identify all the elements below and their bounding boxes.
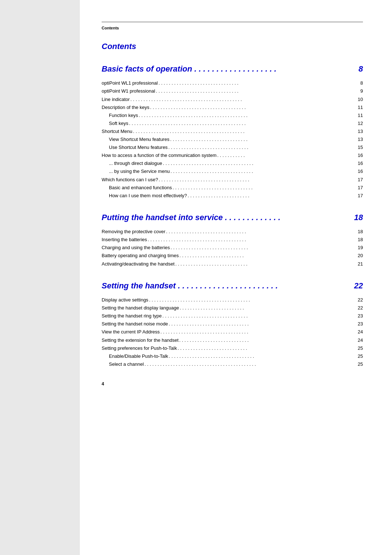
toc-item-text: View Shortcut Menu features <box>109 135 170 143</box>
toc-item-noise-mode: Setting the handset noise mode . . . . .… <box>102 320 363 328</box>
toc-item-text: Line indicator <box>102 96 130 104</box>
contents-title-section: Contents <box>102 42 363 51</box>
toc-page-num: 25 <box>356 344 363 352</box>
toc-item-function-keys: Function keys . . . . . . . . . . . . . … <box>102 112 363 119</box>
toc-dots: . . . . . . . . . . . . . . . . . . . . … <box>172 184 355 192</box>
toc-page-num: 20 <box>356 252 363 260</box>
toc-item-direct-dialogue: ... through direct dialogue . . . . . . … <box>102 159 363 167</box>
toc-page-num: 17 <box>356 184 363 192</box>
setting-handset-heading-entry: Setting the handset . . . . . . . . . . … <box>102 279 363 296</box>
basic-facts-section: Basic facts of operation . . . . . . . .… <box>102 62 363 200</box>
toc-item-enable-push-to-talk: Enable/Disable Push-to-Talk . . . . . . … <box>102 352 363 360</box>
toc-page-num: 16 <box>356 151 363 159</box>
toc-dots: . . . . . . . . . . . . . . . . . . . . … <box>156 87 355 95</box>
toc-dots: . . . . . . . . . . . . . . . . . . . . … <box>180 304 355 312</box>
basic-facts-heading-entry: Basic facts of operation . . . . . . . .… <box>102 62 363 79</box>
toc-item-how-use-effectively: How can I use them most effectively? . .… <box>102 192 363 200</box>
toc-item-text: Activating/deactivating the handset <box>102 260 175 268</box>
toc-page-num: 17 <box>356 176 363 184</box>
toc-item-battery-times: Battery operating and charging times . .… <box>102 252 363 260</box>
toc-item-ring-type: Setting the handset ring type . . . . . … <box>102 312 363 320</box>
toc-item-text: Setting the handset noise mode <box>102 320 168 328</box>
toc-page-num: 25 <box>356 352 363 360</box>
toc-item-inserting-batteries: Inserting the batteries . . . . . . . . … <box>102 236 363 244</box>
toc-item-text: Basic and enhanced functions <box>109 184 172 192</box>
toc-item-activating-handset: Activating/deactivating the handset . . … <box>102 260 363 268</box>
toc-item-use-shortcut: Use Shortcut Menu features . . . . . . .… <box>102 143 363 151</box>
toc-item-optipoint-wl1: optiPoint WL1 professional . . . . . . .… <box>102 79 363 87</box>
main-content: Contents Contents Basic facts of operati… <box>80 0 392 401</box>
toc-item-text: Shortcut Menu <box>102 127 132 135</box>
toc-item-text: Setting the handset ring type <box>102 312 162 320</box>
setting-handset-section: Setting the handset . . . . . . . . . . … <box>102 279 363 368</box>
putting-handset-section: Putting the handset into service . . . .… <box>102 211 363 268</box>
toc-item-text: View the current IP Address <box>102 328 160 336</box>
toc-dots: . . . . . . . . . . . . . . . . . . . . … <box>159 79 355 87</box>
putting-handset-heading: Putting the handset into service . . . .… <box>102 211 281 224</box>
toc-dots: . . . . . . . . . . . . . . . . . . . . … <box>163 312 355 320</box>
toc-item-display-language: Setting the handset display language . .… <box>102 304 363 312</box>
toc-dots: . . . . . . . . . . . . . . . . . . . . … <box>171 244 355 252</box>
toc-item-optipoint-w1: optiPoint W1 professional . . . . . . . … <box>102 87 363 95</box>
toc-dots: . . . . . . . . . . . . . . . . . . . . … <box>150 104 355 112</box>
toc-page-num: 11 <box>356 104 363 112</box>
toc-dots: . . . . . . . . . . . . . . . . . . . . … <box>160 328 355 336</box>
toc-item-text: Display active settings <box>102 296 148 304</box>
toc-item-basic-enhanced: Basic and enhanced functions . . . . . .… <box>102 184 363 192</box>
basic-facts-page: 8 <box>356 62 363 76</box>
toc-item-text: optiPoint W1 professional <box>102 87 155 95</box>
toc-item-text: Enable/Disable Push-to-Talk <box>109 352 168 360</box>
toc-dots: . . . . . . . . . . . . . . . . . . . . … <box>170 135 355 143</box>
toc-item-text: How can I use them most effectively? <box>109 192 187 200</box>
toc-page-num: 15 <box>356 143 363 151</box>
toc-item-text: Setting the extension for the handset <box>102 336 179 344</box>
toc-page-num: 12 <box>356 119 363 127</box>
toc-item-text: optiPoint WL1 professional <box>102 79 158 87</box>
toc-item-text: Setting preferences for Push-to-Talk <box>102 344 177 352</box>
toc-item-extension: Setting the extension for the handset . … <box>102 336 363 344</box>
toc-dots: . . . . . . . . . . . . . . . . . . . . … <box>139 112 355 119</box>
toc-item-view-shortcut: View Shortcut Menu features . . . . . . … <box>102 135 363 143</box>
toc-item-charging-batteries: Charging and using the batteries . . . .… <box>102 244 363 252</box>
toc-dots: . . . . . . . . . . . . . . . . . . . . … <box>171 167 355 175</box>
toc-dots: . . . . . . . . . . . . . . . . . . . . … <box>177 344 355 352</box>
contents-main-heading: Contents <box>102 42 363 51</box>
toc-item-text: Removing the protective cover <box>102 228 166 236</box>
toc-item-text: Select a channel <box>109 360 144 368</box>
toc-item-text: Setting the handset display language <box>102 304 179 312</box>
toc-dots: . . . . . . . . . . . . . . . . . . . . … <box>175 260 355 268</box>
toc-item-text: Which functions can I use? <box>102 176 158 184</box>
toc-dots: . . . . . . . . . . . . . . . . . . . . … <box>159 176 355 184</box>
toc-item-text: Charging and using the batteries <box>102 244 170 252</box>
page-number: 4 <box>102 381 104 386</box>
toc-page-num: 9 <box>356 87 363 95</box>
toc-dots: . . . . . . . . . . . . . . . . . . . . … <box>169 352 355 360</box>
toc-dots: . . . . . . . . . . . . . . . . . . . . … <box>130 96 355 104</box>
toc-page-num: 11 <box>356 112 363 119</box>
toc-page-num: 17 <box>356 192 363 200</box>
header-rule: Contents <box>102 22 363 31</box>
toc-page-num: 10 <box>356 96 363 104</box>
toc-page-num: 23 <box>356 312 363 320</box>
toc-page-num: 13 <box>356 135 363 143</box>
toc-dots: . . . . . . . . . . . . . . . . . . . . … <box>166 228 355 236</box>
toc-dots: . . . . . . . . . . . . . . . . . . . . … <box>179 336 355 344</box>
toc-item-text: Soft keys <box>109 119 128 127</box>
toc-page-num: 18 <box>356 236 363 244</box>
toc-item-text: Inserting the batteries <box>102 236 147 244</box>
toc-item-removing-cover: Removing the protective cover . . . . . … <box>102 228 363 236</box>
toc-dots: . . . . . . . . . . . . . . . . . . . . … <box>168 143 355 151</box>
toc-page-num: 16 <box>356 159 363 167</box>
toc-item-display-settings: Display active settings . . . . . . . . … <box>102 296 363 304</box>
toc-item-text: How to access a function of the communic… <box>102 151 216 159</box>
toc-page-num: 16 <box>356 167 363 175</box>
left-sidebar <box>0 0 80 555</box>
toc-page-num: 25 <box>356 360 363 368</box>
putting-handset-page: 18 <box>354 211 363 224</box>
toc-item-service-menu: ... by using the Service menu . . . . . … <box>102 167 363 175</box>
setting-handset-page: 22 <box>354 279 363 292</box>
toc-dots: . . . . . . . . . . . . . . . . . . . . … <box>148 236 355 244</box>
toc-dots: . . . . . . . . . . . . . . . . . . . . … <box>149 296 355 304</box>
basic-facts-heading: Basic facts of operation . . . . . . . .… <box>102 62 277 76</box>
toc-item-text: Battery operating and charging times <box>102 252 179 260</box>
